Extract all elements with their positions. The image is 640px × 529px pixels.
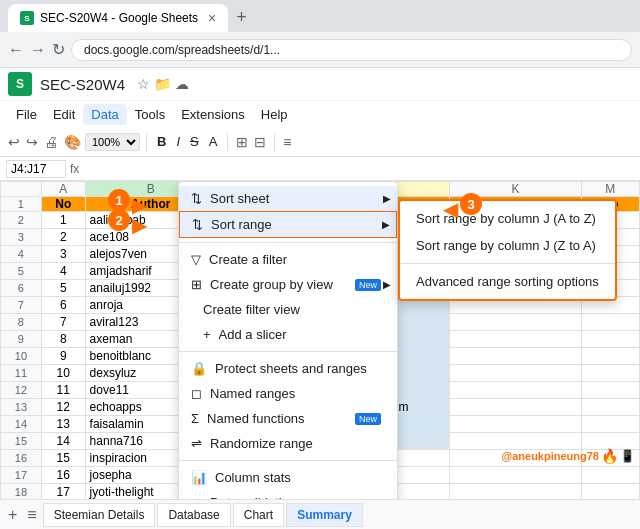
- tab-title: SEC-S20W4 - Google Sheets: [40, 11, 198, 25]
- toolbar: ↩ ↪ 🖨 🎨 100% B I S A ⊞ ⊟ ≡: [0, 127, 640, 157]
- sort-za-option[interactable]: Sort range by column J (Z to A): [400, 232, 615, 259]
- menu-add-slicer[interactable]: + Add a slicer: [179, 322, 397, 347]
- menu-randomize[interactable]: ⇌ Randomize range: [179, 431, 397, 456]
- bold-button[interactable]: B: [153, 132, 170, 151]
- formula-icon: fx: [70, 162, 79, 176]
- paint-format-button[interactable]: 🎨: [62, 132, 83, 152]
- menu-create-filter-view[interactable]: Create filter view: [179, 297, 397, 322]
- new-badge-group: New: [355, 279, 381, 291]
- menu-named-functions[interactable]: Σ Named functions New: [179, 406, 397, 431]
- merge-button[interactable]: ⊟: [252, 132, 268, 152]
- forward-button[interactable]: →: [30, 41, 46, 59]
- menu-named-ranges[interactable]: ◻ Named ranges: [179, 381, 397, 406]
- menu-create-group[interactable]: ⊞ Create group by view New ▶: [179, 272, 397, 297]
- borders-button[interactable]: ⊞: [234, 132, 250, 152]
- sheet-tabs: + ≡ Steemian DetailsDatabaseChartSummary: [0, 499, 640, 529]
- sheet-menu-button[interactable]: ≡: [23, 506, 40, 524]
- annotation-1: 1: [108, 189, 130, 211]
- italic-button[interactable]: I: [172, 132, 184, 151]
- stats-icon: 📊: [191, 470, 207, 485]
- menu-file[interactable]: File: [8, 104, 45, 125]
- group-icon: ⊞: [191, 277, 202, 292]
- print-button[interactable]: 🖨: [42, 132, 60, 152]
- header-no[interactable]: No: [41, 197, 85, 212]
- folder-icon[interactable]: 📁: [154, 76, 171, 92]
- add-icon: +: [203, 327, 211, 342]
- sheets-app-icon: S: [8, 72, 32, 96]
- formula-bar: fx: [0, 157, 640, 181]
- url-bar[interactable]: docs.google.com/spreadsheets/d/1...: [71, 39, 632, 61]
- undo-button[interactable]: ↩: [6, 132, 22, 152]
- menu-create-filter[interactable]: ▽ Create a filter: [179, 247, 397, 272]
- lock-icon: 🔒: [191, 361, 207, 376]
- row-header-top: [1, 182, 42, 197]
- redo-button[interactable]: ↪: [24, 132, 40, 152]
- shuffle-icon: ⇌: [191, 436, 202, 451]
- menu-sort-range[interactable]: ⇅ Sort range ▶: [179, 211, 397, 238]
- arrow-3: ◀: [443, 197, 458, 221]
- sheet-tab-chart[interactable]: Chart: [233, 503, 284, 527]
- doc-title[interactable]: SEC-S20W4: [40, 76, 125, 93]
- col-header-a[interactable]: A: [41, 182, 85, 197]
- zoom-select[interactable]: 100%: [85, 133, 140, 151]
- menu-help[interactable]: Help: [253, 104, 296, 125]
- advanced-sort-option[interactable]: Advanced range sorting options: [400, 268, 615, 295]
- data-dropdown-menu: ⇅ Sort sheet ▶ ⇅ Sort range ▶ ▽ Create a…: [178, 181, 398, 499]
- menu-protect[interactable]: 🔒 Protect sheets and ranges: [179, 356, 397, 381]
- cloud-icon[interactable]: ☁: [175, 76, 189, 92]
- watermark: @aneukpineung78 🔥 📱: [501, 448, 635, 464]
- cell-ref-input[interactable]: [6, 160, 66, 178]
- menu-data[interactable]: Data: [83, 104, 126, 125]
- add-sheet-button[interactable]: +: [4, 506, 21, 524]
- reload-button[interactable]: ↻: [52, 40, 65, 59]
- font-color-button[interactable]: A: [205, 132, 222, 151]
- sort-range-icon: ⇅: [192, 217, 203, 232]
- sort-az-option[interactable]: Sort range by column J (A to Z): [400, 205, 615, 232]
- menu-edit[interactable]: Edit: [45, 104, 83, 125]
- filter-icon: ▽: [191, 252, 201, 267]
- new-badge-func: New: [355, 413, 381, 425]
- validate-icon: ✓: [191, 495, 202, 499]
- menu-data-validation[interactable]: ✓ Data validation: [179, 490, 397, 499]
- function-icon: Σ: [191, 411, 199, 426]
- menu-sort-sheet[interactable]: ⇅ Sort sheet ▶: [179, 186, 397, 211]
- formula-input[interactable]: [83, 161, 634, 177]
- strikethrough-button[interactable]: S: [186, 132, 203, 151]
- arrow-2: ▶: [132, 213, 147, 237]
- named-ranges-icon: ◻: [191, 386, 202, 401]
- back-button[interactable]: ←: [8, 41, 24, 59]
- sheet-tab-steemian-details[interactable]: Steemian Details: [43, 503, 156, 527]
- browser-tab[interactable]: S SEC-S20W4 - Google Sheets ×: [8, 4, 228, 32]
- col-header-m[interactable]: M: [581, 182, 639, 197]
- menu-extensions[interactable]: Extensions: [173, 104, 253, 125]
- tab-close-icon[interactable]: ×: [208, 10, 216, 26]
- annotation-2: 2: [108, 209, 130, 231]
- sort-sheet-icon: ⇅: [191, 191, 202, 206]
- sort-range-submenu: Sort range by column J (A to Z) Sort ran…: [398, 199, 617, 301]
- menu-bar: File Edit Data Tools Extensions Help: [0, 101, 640, 127]
- menu-column-stats[interactable]: 📊 Column stats: [179, 465, 397, 490]
- star-icon[interactable]: ☆: [137, 76, 150, 92]
- align-button[interactable]: ≡: [281, 132, 293, 152]
- sheet-tab-database[interactable]: Database: [157, 503, 230, 527]
- sheet-tab-summary[interactable]: Summary: [286, 503, 363, 527]
- menu-tools[interactable]: Tools: [127, 104, 173, 125]
- annotation-3: 3: [460, 193, 482, 215]
- new-tab-button[interactable]: +: [228, 3, 255, 32]
